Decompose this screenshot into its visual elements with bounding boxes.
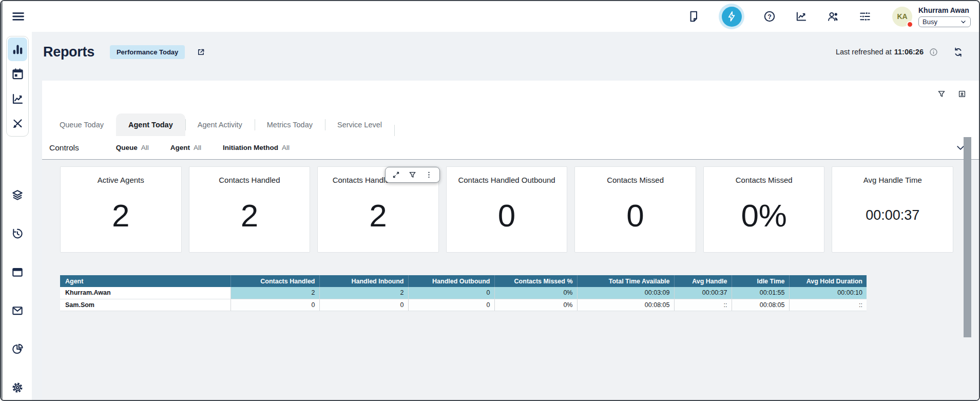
col-avg-hold-duration[interactable]: Avg Hold Duration [789,275,867,287]
filter-initiation-method[interactable]: Initiation MethodAll [223,144,290,151]
note-icon[interactable] [687,10,700,23]
col-handled-outbound[interactable]: Handled Outbound [408,275,494,287]
pie-chart-icon [11,342,24,356]
gear-icon [11,381,24,394]
filter-queue[interactable]: QueueAll [116,144,149,151]
tab-agent-today[interactable]: Agent Today [116,113,185,136]
tab-queue-today[interactable]: Queue Today [47,113,116,136]
sidebar-item-gear[interactable] [11,381,24,394]
sidebar-item-bar-chart[interactable] [8,37,27,61]
last-refreshed-time: 11:06:26 [894,48,924,56]
help-icon[interactable]: ? [763,10,776,23]
kpi-value: 0 [498,184,515,252]
main-area: Reports Performance Today Last refreshed… [32,32,979,400]
report-panel: Queue Today Agent Today Agent Activity M… [42,81,979,400]
col-agent[interactable]: Agent [60,275,230,287]
kpi-value: 0% [741,184,787,252]
last-refreshed-label: Last refreshed at [836,48,892,56]
col-contacts-handled[interactable]: Contacts Handled [230,275,319,287]
cell: 2 [230,287,319,299]
kpi-value: 0 [626,184,644,252]
cell: :: [789,299,867,311]
sidebar-item-history[interactable] [11,227,24,240]
report-content: Active Agents 2 Contacts Handled 2 Conta… [42,160,979,400]
last-refreshed: Last refreshed at 11:06:26 [836,48,924,56]
user-name: Khurram Awan [918,6,971,14]
external-link-icon[interactable] [196,47,206,57]
calendar-icon [11,67,25,81]
cell: :: [674,299,732,311]
cell: 0 [408,299,494,311]
col-total-time-available[interactable]: Total Time Available [577,275,674,287]
cell: 0 [319,299,408,311]
cell: 0% [494,287,577,299]
col-idle-time[interactable]: Idle Time [732,275,789,287]
kpi-card-contacts-missed-pct: Contacts Missed 0% [703,166,825,253]
cell: 00:08:05 [577,299,674,311]
tab-service-level[interactable]: Service Level [325,113,394,136]
status-value: Busy [923,18,960,26]
layers-icon [11,188,24,202]
scrollbar[interactable] [964,137,971,337]
table-header-row: Agent Contacts Handled Handled Inbound H… [60,275,867,287]
kpi-value: 2 [369,184,387,252]
sidebar [3,32,32,400]
cell: 0 [230,299,319,311]
line-chart-icon [11,92,25,106]
cell: 00:08:05 [732,299,789,311]
sidebar-item-layers[interactable] [11,188,24,202]
download-icon[interactable] [957,89,967,99]
controls-title: Controls [49,143,79,152]
expand-icon[interactable] [392,170,400,179]
kpi-cards: Active Agents 2 Contacts Handled 2 Conta… [60,166,953,253]
kpi-value: 2 [241,184,258,252]
cell: 00:00:37 [674,287,732,299]
tab-metrics-today[interactable]: Metrics Today [255,113,325,136]
filter-icon[interactable] [937,89,946,99]
history-icon [11,227,24,240]
cell: 00:03:09 [577,287,674,299]
sidebar-item-calendar[interactable] [8,62,27,86]
report-tabs: Queue Today Agent Today Agent Activity M… [42,113,979,136]
contacts-icon[interactable] [827,10,840,23]
tab-agent-activity[interactable]: Agent Activity [185,113,255,136]
topbar: ? KA Khurram Awan Busy [3,1,979,32]
kpi-card-avg-handle-time: Avg Handle Time 00:00:37 [832,166,953,253]
sliders-icon[interactable] [858,10,872,23]
col-avg-handle[interactable]: Avg Handle [674,275,732,287]
col-handled-inbound[interactable]: Handled Inbound [319,275,408,287]
cell: 00:01:55 [732,287,789,299]
bolt-button[interactable] [719,4,744,29]
refresh-icon[interactable] [953,47,964,58]
sidebar-item-pie-chart[interactable] [11,342,24,356]
cell: 2 [319,287,408,299]
filter-icon[interactable] [408,170,417,179]
sidebar-item-window[interactable] [11,265,24,279]
presence-dot [907,21,913,28]
col-contacts-missed-pct[interactable]: Contacts Missed % [494,275,577,287]
report-badge: Performance Today [110,45,185,59]
filter-agent[interactable]: AgentAll [170,144,201,151]
kpi-card-contacts-handled: Contacts Handled 2 [189,166,311,253]
brush-icon [11,117,25,130]
window-edge [1,1,3,400]
kebab-icon[interactable] [425,170,433,179]
metrics-icon[interactable] [795,10,808,23]
avatar-initials: KA [897,12,907,21]
info-icon[interactable] [929,47,938,57]
table-row[interactable]: Sam.Som 0 0 0 0% 00:08:05 :: 00:08:05 :: [60,299,867,311]
sidebar-report-group [6,36,29,137]
status-select[interactable]: Busy [918,16,971,27]
bar-chart-icon [11,43,25,56]
table-row[interactable]: Khurram.Awan 2 2 0 0% 00:03:09 00:00:37 … [60,287,867,299]
controls-bar: Controls QueueAll AgentAll Initiation Me… [42,136,979,160]
sidebar-item-mail[interactable] [11,304,24,317]
sidebar-item-brush[interactable] [8,111,27,135]
cell: 0% [494,299,577,311]
kpi-card-active-agents: Active Agents 2 [60,166,182,253]
tab-divider [394,125,395,136]
page-title: Reports [43,44,94,60]
hamburger-menu-icon[interactable] [11,9,25,24]
sidebar-item-line-chart[interactable] [8,87,27,110]
avatar[interactable]: KA [892,7,912,27]
